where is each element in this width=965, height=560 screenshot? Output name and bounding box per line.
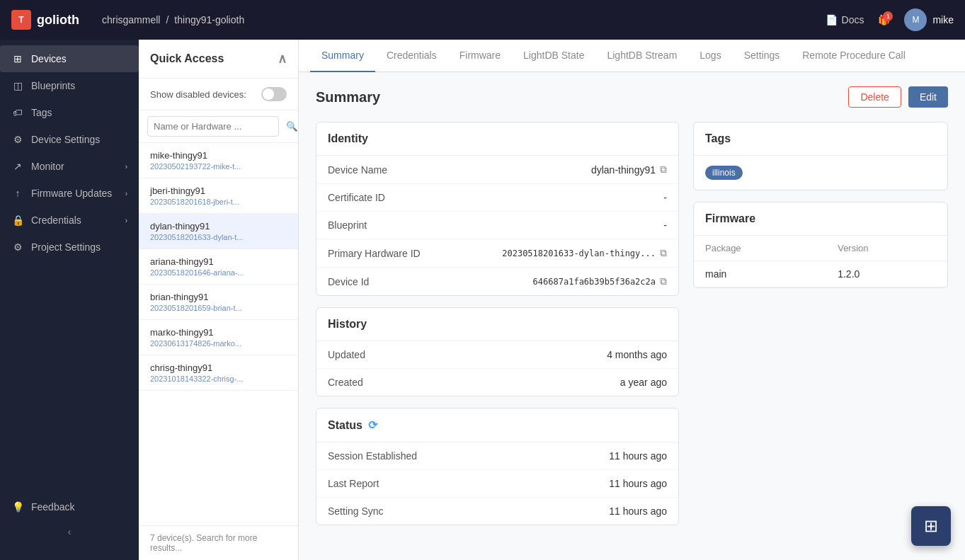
tab-firmware[interactable]: Firmware: [448, 40, 512, 72]
device-item-jberi[interactable]: jberi-thingy91 20230518201618-jberi-t...: [139, 178, 298, 214]
last-report-value: 11 hours ago: [441, 478, 667, 489]
sidebar-item-blueprints[interactable]: ◫ Blueprints: [0, 72, 139, 99]
device-item-ariana[interactable]: ariana-thingy91 20230518201646-ariana-..…: [139, 249, 298, 285]
sidebar-label-device-settings: Device Settings: [31, 134, 127, 145]
device-item-marko[interactable]: marko-thingy91 20230613174826-marko...: [139, 320, 298, 355]
device-search-row: 🔍: [139, 110, 298, 143]
tag-illinois[interactable]: illinois: [705, 166, 743, 180]
show-disabled-toggle[interactable]: [261, 87, 287, 101]
device-name-copy-icon[interactable]: ⧉: [660, 164, 667, 176]
gift-button[interactable]: 🎁 1: [878, 14, 890, 25]
sidebar-item-feedback[interactable]: 💡 Feedback: [0, 493, 139, 520]
firmware-title: Firmware: [694, 202, 947, 236]
device-id: 20230518201633-dylan-t...: [150, 233, 287, 241]
blueprints-icon: ◫: [11, 79, 24, 92]
nav-right: 📄 Docs 🎁 1 M mike: [826, 8, 954, 31]
device-id: 20230502193722-mike-t...: [150, 162, 287, 171]
firmware-card: Firmware Package Version main: [693, 202, 948, 288]
search-input[interactable]: [147, 116, 279, 137]
sidebar-item-project-settings[interactable]: ⚙ Project Settings: [0, 234, 139, 261]
updated-row: Updated 4 months ago: [316, 341, 678, 369]
search-button[interactable]: 🔍: [283, 118, 299, 135]
device-name-row: Device Name dylan-thingy91 ⧉: [316, 156, 678, 184]
sidebar-item-credentials[interactable]: 🔒 Credentials ›: [0, 207, 139, 234]
docs-link[interactable]: 📄 Docs: [826, 14, 864, 25]
device-list-footer: 7 device(s). Search for more results...: [139, 525, 298, 560]
logo[interactable]: T golioth: [11, 10, 79, 30]
docs-label: Docs: [842, 14, 864, 25]
sidebar-label-monitor: Monitor: [31, 161, 118, 172]
status-card: Status ⟳ Session Established 11 hours ag…: [316, 408, 679, 525]
history-card: History Updated 4 months ago Created a y…: [316, 307, 679, 396]
setting-sync-label: Setting Sync: [328, 505, 441, 517]
sidebar-item-devices[interactable]: ⊞ Devices: [0, 45, 139, 72]
hardware-id-text: 20230518201633-dylan-thingy...: [502, 248, 656, 258]
tab-lightdb-stream[interactable]: LightDB Stream: [595, 40, 688, 72]
sidebar-bottom: 💡 Feedback ‹: [0, 493, 139, 554]
setting-sync-value: 11 hours ago: [441, 505, 667, 517]
quick-access-collapse-button[interactable]: ∧: [278, 51, 287, 67]
firmware-chevron: ›: [125, 190, 127, 198]
last-report-row: Last Report 11 hours ago: [316, 470, 678, 498]
status-title: Status ⟳: [316, 408, 678, 442]
quick-access-title: Quick Access: [150, 52, 224, 65]
device-id-copy-icon[interactable]: ⧉: [660, 275, 667, 287]
credentials-icon: 🔒: [11, 214, 24, 227]
project-settings-icon: ⚙: [11, 241, 24, 253]
monitor-icon: ↗: [11, 160, 24, 173]
device-name: marko-thingy91: [150, 327, 287, 338]
updated-label: Updated: [328, 349, 441, 360]
history-title: History: [316, 308, 678, 341]
tab-logs[interactable]: Logs: [688, 40, 732, 72]
device-item-chrisg[interactable]: chrisg-thingy91 20231018143322-chrisg-..…: [139, 355, 298, 391]
sidebar-item-tags[interactable]: 🏷 Tags: [0, 99, 139, 126]
device-item-mike[interactable]: mike-thingy91 20230502193722-mike-t...: [139, 143, 298, 178]
hardware-id-copy-icon[interactable]: ⧉: [660, 247, 667, 259]
tab-rpc[interactable]: Remote Procedure Call: [791, 40, 917, 72]
sidebar-label-project-settings: Project Settings: [31, 241, 127, 253]
hardware-id-row: Primary Hardware ID 20230518201633-dylan…: [316, 239, 678, 268]
fab-button[interactable]: ⊞: [911, 506, 951, 546]
tab-settings[interactable]: Settings: [733, 40, 792, 72]
delete-button[interactable]: Delete: [848, 86, 901, 108]
logo-text: golioth: [37, 13, 79, 28]
breadcrumb-project[interactable]: thingy91-golioth: [174, 14, 244, 25]
sidebar-item-monitor[interactable]: ↗ Monitor ›: [0, 153, 139, 180]
device-list: mike-thingy91 20230502193722-mike-t... j…: [139, 143, 298, 525]
firmware-col-package: Package: [694, 236, 826, 261]
show-disabled-row: Show disabled devices:: [139, 79, 298, 110]
logo-icon: T: [11, 10, 31, 30]
device-item-brian[interactable]: brian-thingy91 20230518201659-brian-t...: [139, 285, 298, 320]
edit-button[interactable]: Edit: [908, 86, 948, 108]
blueprint-label: Blueprint: [328, 219, 441, 231]
right-column: Tags illinois Firmware Package Ve: [693, 122, 948, 537]
certificate-id-row: Certificate ID -: [316, 184, 678, 212]
tab-credentials[interactable]: Credentials: [375, 40, 448, 72]
tab-lightdb-state[interactable]: LightDB State: [512, 40, 595, 72]
feedback-icon: 💡: [11, 501, 24, 513]
main-layout: Quick Access ∧ Show disabled devices: 🔍 …: [139, 40, 965, 560]
sidebar-label-firmware-updates: Firmware Updates: [31, 188, 118, 199]
user-menu[interactable]: M mike: [904, 8, 954, 31]
hardware-id-value: 20230518201633-dylan-thingy... ⧉: [441, 247, 667, 259]
sidebar-item-device-settings[interactable]: ⚙ Device Settings: [0, 126, 139, 153]
device-id-value: 646687a1fa6b39b5f36a2c2a ⧉: [441, 275, 667, 287]
device-name-value: dylan-thingy91 ⧉: [441, 164, 667, 176]
sidebar-collapse-button[interactable]: ‹: [0, 520, 139, 543]
sidebar-label-blueprints: Blueprints: [31, 80, 127, 91]
session-established-value: 11 hours ago: [441, 450, 667, 462]
blueprint-value: -: [441, 219, 667, 231]
device-item-dylan[interactable]: dylan-thingy91 20230518201633-dylan-t...: [139, 214, 298, 249]
device-name: ariana-thingy91: [150, 256, 287, 267]
devices-icon: ⊞: [11, 52, 24, 65]
breadcrumb-org[interactable]: chrisgammell: [102, 14, 160, 25]
sidebar-item-firmware-updates[interactable]: ↑ Firmware Updates ›: [0, 180, 139, 207]
credentials-chevron: ›: [125, 217, 127, 224]
status-refresh-icon[interactable]: ⟳: [368, 418, 377, 432]
hardware-id-label: Primary Hardware ID: [328, 248, 441, 259]
firmware-version: 1.2.0: [826, 261, 947, 287]
tab-summary[interactable]: Summary: [310, 40, 375, 72]
summary-header: Summary Delete Edit: [316, 86, 948, 108]
device-name: mike-thingy91: [150, 150, 287, 161]
device-id-label: Device Id: [328, 276, 441, 287]
